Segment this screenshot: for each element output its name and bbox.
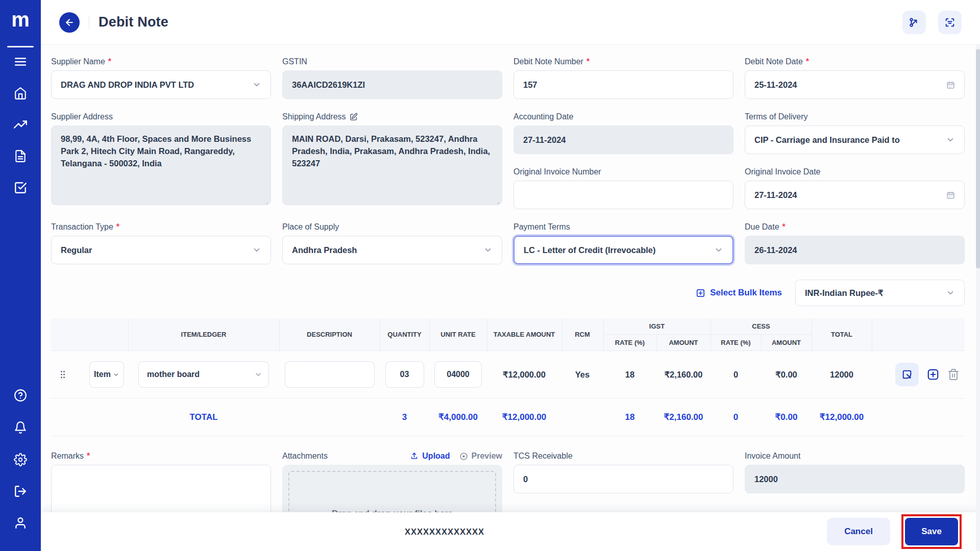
remarks-label: Remarks — [51, 452, 84, 461]
calendar-icon[interactable] — [946, 191, 955, 199]
terms-of-delivery-label: Terms of Delivery — [745, 112, 808, 121]
description-input[interactable] — [285, 362, 374, 387]
totals-quantity: 3 — [380, 398, 429, 436]
totals-cess-amount: ₹0.00 — [761, 398, 812, 436]
save-button-highlight: Save — [901, 514, 962, 549]
shipping-address-textarea[interactable]: MAIN ROAD, Darsi, Prakasam, 523247, Andh… — [282, 126, 502, 205]
cess-amount-value: ₹0.00 — [761, 351, 812, 398]
totals-igst-amount: ₹2,160.00 — [656, 398, 710, 436]
upload-button[interactable]: Upload — [410, 452, 450, 461]
page-title: Debit Note — [99, 14, 168, 30]
invoice-amount-input: 12000 — [745, 465, 965, 493]
col-drag — [51, 318, 128, 351]
footer-bar: XXXXXXXXXXXXX Cancel Save — [41, 512, 980, 551]
col-quantity: QUANTITY — [380, 318, 429, 351]
logout-icon[interactable] — [14, 485, 27, 498]
add-row-icon[interactable] — [926, 368, 940, 381]
gstin-label: GSTIN — [282, 57, 307, 66]
save-button[interactable]: Save — [905, 518, 958, 545]
place-of-supply-field: Place of Supply Andhra Pradesh — [282, 222, 502, 264]
select-bulk-items-button[interactable]: Select Bulk Items — [696, 288, 782, 298]
payment-terms-select[interactable]: LC - Letter of Credit (Irrevocable) — [513, 236, 733, 264]
back-button[interactable] — [59, 12, 80, 33]
payment-terms-field: Payment Terms LC - Letter of Credit (Irr… — [513, 222, 733, 264]
check-square-icon[interactable] — [14, 181, 27, 194]
menu-icon[interactable] — [14, 55, 27, 68]
original-invoice-number-input[interactable] — [523, 190, 724, 200]
col-rcm: RCM — [561, 318, 603, 351]
accounting-date-field: Accounting Date 27-11-2024 — [513, 112, 733, 154]
col-group-cess: CESS — [710, 318, 812, 335]
bell-icon[interactable] — [14, 421, 27, 434]
place-of-supply-select[interactable]: Andhra Pradesh — [282, 236, 502, 264]
currency-select[interactable]: INR-Indian Rupee-₹ — [795, 280, 965, 306]
igst-rate-value: 18 — [603, 351, 656, 398]
debit-note-date-input[interactable]: 25-11-2024 — [745, 70, 965, 99]
help-icon[interactable] — [14, 389, 27, 402]
resize-handle-icon[interactable] — [263, 199, 268, 205]
header-divider — [89, 16, 89, 29]
original-invoice-date-input[interactable]: 27-11-2024 — [745, 181, 965, 209]
terms-of-delivery-select[interactable]: CIP - Carriage and Insurance Paid to — [745, 126, 965, 154]
chevron-down-icon — [113, 371, 119, 378]
items-table: ITEM/LEDGER DESCRIPTION QUANTITY UNIT RA… — [51, 318, 965, 436]
shipping-address-label: Shipping Address — [282, 112, 346, 121]
supplier-name-select[interactable]: DRAG AND DROP INDIA PVT LTD — [51, 70, 271, 99]
supplier-address-textarea[interactable]: 98,99, 4A, 4th Floor, Spaces and More Bu… — [51, 126, 271, 205]
col-igst-amount: AMOUNT — [656, 335, 710, 351]
unit-rate-input[interactable] — [435, 362, 481, 387]
home-icon[interactable] — [14, 87, 27, 100]
drag-handle-icon[interactable] — [59, 369, 66, 380]
totals-unit-rate: ₹4,000.00 — [429, 398, 487, 436]
resize-handle-icon[interactable] — [494, 199, 500, 205]
scrollbar-thumb[interactable] — [976, 49, 980, 268]
transaction-type-select[interactable]: Regular — [51, 236, 271, 264]
totals-total: ₹12,000.00 — [812, 398, 872, 436]
payment-terms-label: Payment Terms — [513, 222, 570, 232]
ledger-select[interactable]: mother board — [138, 361, 269, 388]
transaction-type-field: Transaction Type* Regular — [51, 222, 271, 264]
workflow-button[interactable] — [902, 11, 926, 34]
chevron-down-icon — [714, 245, 723, 255]
gstin-input: 36AAICD2619K1ZI — [282, 70, 502, 99]
tcs-receivable-label: TCS Receivable — [513, 452, 573, 461]
totals-igst-rate: 18 — [603, 398, 656, 436]
item-type-select[interactable]: Item — [89, 361, 124, 388]
edit-icon[interactable] — [349, 113, 358, 121]
document-icon[interactable] — [14, 149, 27, 163]
masked-text: XXXXXXXXXXXXX — [405, 527, 484, 537]
cancel-button[interactable]: Cancel — [827, 518, 890, 545]
preview-button[interactable]: Preview — [459, 452, 502, 461]
supplier-address-field: Supplier Address 98,99, 4A, 4th Floor, S… — [51, 112, 271, 209]
col-group-igst: IGST — [603, 318, 710, 335]
scan-button[interactable] — [938, 11, 962, 34]
totals-row: TOTAL 3 ₹4,000.00 ₹12,000.00 18 ₹2,160.0… — [51, 398, 965, 436]
trending-up-icon[interactable] — [14, 118, 27, 131]
scrollbar-track[interactable] — [976, 45, 980, 551]
col-actions — [872, 318, 965, 351]
quantity-input[interactable] — [386, 362, 424, 387]
app-logo[interactable]: m — [0, 7, 41, 32]
accounting-date-label: Accounting Date — [513, 112, 573, 121]
delete-row-icon[interactable] — [947, 368, 960, 381]
original-invoice-date-field: Original Invoice Date 27-11-2024 — [745, 167, 965, 209]
supplier-address-label: Supplier Address — [51, 112, 113, 121]
attachments-label: Attachments — [282, 452, 328, 461]
col-description: DESCRIPTION — [279, 318, 380, 351]
expand-item-button[interactable] — [895, 363, 919, 386]
calendar-icon[interactable] — [946, 81, 955, 89]
page-header: Debit Note — [41, 0, 980, 45]
due-date-field: Due Date* 26-11-2024 — [745, 222, 965, 264]
user-icon[interactable] — [14, 516, 27, 530]
rcm-value: Yes — [561, 351, 603, 398]
accounting-date-input: 27-11-2024 — [513, 126, 733, 154]
debit-note-number-label: Debit Note Number — [513, 57, 583, 66]
tcs-receivable-input[interactable] — [523, 474, 724, 484]
col-cess-amount: AMOUNT — [761, 335, 812, 351]
col-taxable-amount: TAXABLE AMOUNT — [487, 318, 561, 351]
gear-icon[interactable] — [14, 453, 27, 466]
debit-note-date-label: Debit Note Date — [745, 57, 803, 66]
debit-note-number-input[interactable] — [523, 80, 724, 90]
col-unit-rate: UNIT RATE — [429, 318, 487, 351]
scan-icon — [944, 17, 955, 28]
